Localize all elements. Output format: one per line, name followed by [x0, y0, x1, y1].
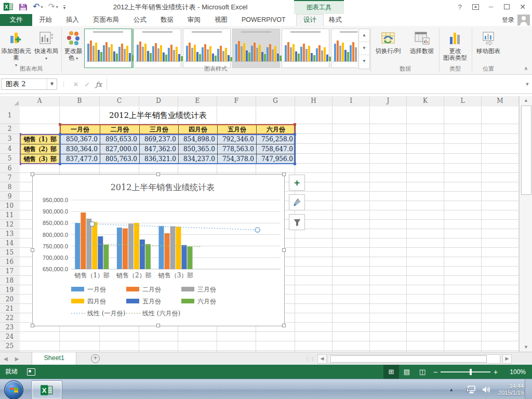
column-header-F[interactable]: F [217, 96, 256, 106]
view-normal-button[interactable]: ⊞ [383, 365, 399, 379]
view-page-layout-button[interactable]: ▤ [399, 365, 415, 379]
data-cell[interactable]: 847,362.0 [139, 144, 179, 154]
chart-selection-handle[interactable] [31, 172, 34, 176]
start-button[interactable] [4, 380, 23, 399]
data-cell[interactable]: 792,346.0 [217, 134, 257, 144]
row-header-2[interactable]: 2 [0, 124, 19, 134]
vertical-scroll-thumb[interactable] [521, 105, 531, 195]
row-header-17[interactable]: 17 [0, 267, 19, 276]
column-header-I[interactable]: I [332, 96, 370, 106]
taskbar-excel-button[interactable]: X [31, 380, 62, 399]
bar-二月份-2[interactable] [123, 229, 128, 269]
show-desktop-button[interactable] [525, 379, 532, 399]
month-header-cell[interactable]: 一月份 [60, 124, 100, 135]
sheet-nav-left-icon[interactable]: ◀ [0, 356, 11, 362]
chart-style-thumbnail-3[interactable] [183, 29, 231, 68]
row-header-8[interactable]: 8 [0, 182, 19, 192]
tab-page-layout[interactable]: 页面布局 [86, 14, 126, 26]
series-names-range-handle[interactable] [59, 123, 61, 126]
data-cell[interactable]: 895,653.0 [100, 134, 140, 144]
bar-四月份-2[interactable] [134, 223, 139, 269]
close-button[interactable]: ✕ [515, 2, 530, 11]
month-header-cell[interactable]: 六月份 [256, 124, 296, 135]
row-header-9[interactable]: 9 [0, 192, 19, 201]
gallery-scroll-down-icon[interactable]: ▼ [359, 42, 369, 55]
bar-六月份-3[interactable] [188, 247, 193, 269]
row-label-cell[interactable]: 销售（2）部 [20, 144, 60, 154]
help-button[interactable]: ? [453, 2, 467, 11]
chart-style-thumbnail-6[interactable] [331, 29, 357, 68]
legend-label[interactable]: 五月份 [142, 298, 161, 305]
sheet-tab-sheet1[interactable]: Sheet1 [32, 352, 76, 365]
data-cell[interactable]: 850,367.0 [60, 134, 100, 144]
switch-row-column-button[interactable]: 切换行/列 [372, 28, 404, 71]
bar-六月份-2[interactable] [145, 244, 151, 269]
series-names-range-handle[interactable] [294, 123, 296, 126]
speaker-icon[interactable] [482, 385, 491, 394]
data-cell[interactable]: 747,956.0 [256, 154, 296, 164]
bar-四月份-3[interactable] [176, 227, 181, 269]
zoom-in-button[interactable]: + [490, 368, 501, 376]
trendline-endpoint-handle[interactable] [90, 222, 95, 227]
row-header-1[interactable]: 1 [0, 107, 19, 124]
add-chart-element-button[interactable]: 添加图表元素▾ [1, 28, 31, 71]
bar-三月份-2[interactable] [128, 224, 134, 269]
chart-style-gallery[interactable] [84, 29, 357, 68]
chart-style-thumbnail-2[interactable] [134, 29, 181, 68]
data-cell[interactable]: 836,321.0 [139, 154, 179, 164]
tab-powerpivot[interactable]: POWERPIVOT [235, 14, 292, 26]
row-header-19[interactable]: 19 [0, 285, 19, 295]
legend-trend-label[interactable]: 线性 (六月份) [142, 310, 180, 317]
legend-swatch-四月份[interactable] [71, 299, 84, 303]
legend-swatch-六月份[interactable] [181, 299, 194, 303]
macro-record-icon[interactable] [27, 368, 35, 376]
row-label-cell[interactable]: 销售（3）部 [20, 154, 60, 164]
values-range-handle[interactable] [294, 133, 296, 136]
vertical-scrollbar[interactable]: ▲ ▼ [519, 96, 532, 352]
scrollbar-resize-handle[interactable]: ⋮⋮ [305, 356, 315, 362]
ribbon-display-options-button[interactable] [469, 2, 482, 11]
values-range-handle[interactable] [59, 133, 61, 136]
legend-label[interactable]: 一月份 [87, 286, 106, 293]
move-chart-button[interactable]: 移动图表 [473, 28, 503, 71]
chart-style-thumbnail-4[interactable] [232, 29, 280, 68]
tab-formulas[interactable]: 公式 [127, 14, 153, 26]
scroll-up-icon[interactable]: ▲ [520, 96, 532, 105]
sheet-title-cell[interactable]: 2012上半年销售业绩统计表 [60, 107, 256, 124]
row-header-23[interactable]: 23 [0, 323, 19, 332]
row-header-18[interactable]: 18 [0, 276, 19, 285]
zoom-slider-thumb[interactable] [470, 369, 472, 375]
scroll-down-icon[interactable]: ▼ [520, 343, 532, 352]
month-header-cell[interactable]: 五月份 [217, 124, 257, 135]
data-cell[interactable]: 854,898.0 [178, 134, 218, 144]
select-all-corner[interactable] [0, 96, 20, 107]
tab-data[interactable]: 数据 [154, 14, 180, 26]
chart-selection-handle[interactable] [282, 172, 286, 176]
zoom-out-button[interactable]: − [430, 368, 441, 376]
zoom-level-label[interactable]: 100% [501, 368, 526, 376]
cancel-icon[interactable]: ✕ [70, 81, 82, 88]
bar-一月份-3[interactable] [159, 226, 164, 269]
tab-design[interactable]: 设计 [296, 14, 324, 26]
user-avatar[interactable] [517, 15, 530, 25]
row-header-10[interactable]: 10 [0, 201, 19, 210]
chart-selection-handle[interactable] [156, 172, 160, 176]
data-cell[interactable]: 754,378.0 [217, 154, 257, 164]
tab-file[interactable]: 文件 [0, 14, 32, 26]
hscroll-right-icon[interactable]: ▶ [502, 354, 512, 364]
row-header-15[interactable]: 15 [0, 248, 19, 257]
row-header-21[interactable]: 21 [0, 304, 19, 313]
column-header-D[interactable]: D [139, 96, 178, 106]
row-header-14[interactable]: 14 [0, 238, 19, 248]
month-header-cell[interactable]: 四月份 [178, 124, 218, 135]
data-cell[interactable]: 827,000.0 [100, 144, 140, 154]
legend-swatch-二月份[interactable] [126, 287, 139, 291]
view-page-break-button[interactable]: ◫ [415, 365, 430, 379]
insert-function-icon[interactable]: ƒx [93, 81, 104, 88]
embedded-chart[interactable]: 2012上半年销售业绩统计表950,000.0900,000.0850,000.… [32, 174, 285, 326]
gallery-scrollbar[interactable]: ▲ ▼ ▼ [358, 29, 370, 69]
enter-icon[interactable]: ✓ [82, 81, 93, 88]
bar-五月份-1[interactable] [98, 236, 103, 269]
row-header-13[interactable]: 13 [0, 229, 19, 238]
tab-home[interactable]: 开始 [32, 14, 59, 26]
